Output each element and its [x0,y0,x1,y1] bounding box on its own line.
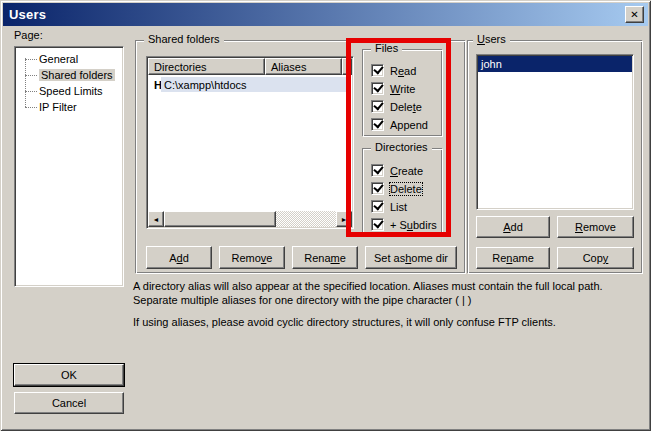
directory-row[interactable]: H C:\xampp\htdocs [148,77,352,92]
column-header-directories[interactable]: Directories [148,58,265,75]
user-remove-button[interactable]: Remove [557,216,634,238]
append-checkbox-row[interactable]: Append [371,117,428,132]
page-item-shared-folders[interactable]: Shared folders [15,67,115,83]
shared-add-button[interactable]: Add [146,246,212,269]
shared-remove-button[interactable]: Remove [219,246,285,269]
directory-path: C:\xampp\htdocs [161,77,350,92]
read-checkbox-row[interactable]: Read [371,63,416,78]
horizontal-scrollbar[interactable]: ◄ ► [148,211,352,227]
dir-delete-label: Delete [390,183,422,195]
user-add-button[interactable]: Add [476,216,550,238]
page-item-speed-limits[interactable]: Speed Limits [15,83,103,99]
read-checkbox[interactable] [371,64,384,77]
scrollbar-track[interactable] [276,211,336,227]
list-checkbox[interactable] [371,200,384,213]
page-label: Page: [14,29,43,41]
cancel-button[interactable]: Cancel [14,392,124,414]
shared-folders-caption: Shared folders [144,33,224,45]
file-delete-checkbox[interactable] [371,100,384,113]
dir-delete-checkbox[interactable] [371,182,384,195]
users-group: Users john Add Remove Rename Copy [467,40,642,273]
page-item-label: Speed Limits [39,85,103,97]
subdirs-checkbox-row[interactable]: + Subdirs [371,217,437,232]
alias-note: A directory alias will also appear at th… [133,279,645,307]
set-as-home-dir-button[interactable]: Set as home dir [365,246,457,269]
scroll-right-button[interactable]: ► [336,211,352,227]
shared-rename-button[interactable]: Rename [292,246,358,269]
subdirs-checkbox[interactable] [371,218,384,231]
create-checkbox[interactable] [371,164,384,177]
column-header-aliases[interactable]: Aliases [265,58,342,75]
cyclic-note: If using aliases, please avoid cyclic di… [133,315,645,329]
directories-listview[interactable]: Directories Aliases H C:\xampp\htdocs ◄ … [146,56,354,229]
home-directory-marker: H [148,79,161,91]
create-checkbox-row[interactable]: Create [371,163,423,178]
page-list[interactable]: General Shared folders Speed Limits IP F… [14,46,124,287]
page-item-general[interactable]: General [15,51,78,67]
users-list[interactable]: john [476,54,634,210]
directories-caption: Directories [371,141,432,153]
help-notes: A directory alias will also appear at th… [133,279,645,337]
user-item-john[interactable]: john [478,56,632,72]
list-label: List [390,201,407,213]
titlebar[interactable]: Users ✕ [3,3,648,26]
files-permissions-group: Files Read Write Delete Append [362,49,442,136]
arrow-left-icon: ◄ [153,216,160,223]
file-delete-label: Delete [390,101,422,113]
user-rename-button[interactable]: Rename [476,247,550,269]
files-caption: Files [371,42,402,54]
listview-header: Directories Aliases [148,58,352,75]
page-item-label-selected: Shared folders [39,69,115,81]
window-title: Users [3,7,46,22]
create-label: Create [390,165,423,177]
subdirs-label: + Subdirs [390,219,437,231]
ok-button[interactable]: OK [14,364,124,386]
users-caption: Users [473,33,510,45]
arrow-right-icon: ► [341,216,348,223]
column-header-filler [342,58,352,75]
scroll-left-button[interactable]: ◄ [148,211,164,227]
users-dialog: Users ✕ Page: General Shared folders Spe… [0,0,651,431]
append-label: Append [390,119,428,131]
append-checkbox[interactable] [371,118,384,131]
file-delete-checkbox-row[interactable]: Delete [371,99,422,114]
user-copy-button[interactable]: Copy [557,247,634,269]
write-label: Write [390,83,415,95]
page-item-label: IP Filter [39,101,77,113]
page-item-label: General [39,53,78,65]
page-item-ip-filter[interactable]: IP Filter [15,99,77,115]
scrollbar-thumb[interactable] [164,211,276,227]
write-checkbox[interactable] [371,82,384,95]
close-icon: ✕ [630,9,638,20]
close-button[interactable]: ✕ [625,6,644,23]
list-checkbox-row[interactable]: List [371,199,407,214]
dir-delete-checkbox-row[interactable]: Delete [371,181,422,196]
read-label: Read [390,65,416,77]
directories-permissions-group: Directories Create Delete List + Subdirs [362,148,442,233]
write-checkbox-row[interactable]: Write [371,81,415,96]
